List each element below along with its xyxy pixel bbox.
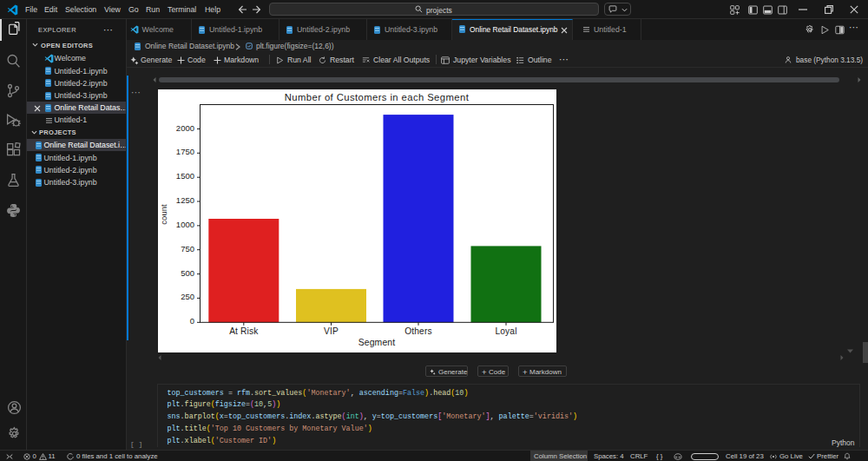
svg-text:Others: Others — [404, 326, 431, 336]
svg-text:Number of Customers in each Se: Number of Customers in each Segment — [285, 92, 470, 102]
svg-text:250: 250 — [181, 292, 194, 301]
svg-text:1750: 1750 — [176, 147, 194, 156]
svg-text:1500: 1500 — [176, 171, 194, 181]
svg-text:At Risk: At Risk — [229, 326, 259, 336]
svg-text:Loyal: Loyal — [495, 326, 516, 336]
svg-text:Segment: Segment — [358, 338, 396, 347]
svg-text:count: count — [159, 204, 168, 225]
svg-text:1000: 1000 — [176, 220, 194, 229]
svg-text:2000: 2000 — [176, 123, 194, 133]
svg-text:1250: 1250 — [176, 195, 194, 205]
svg-text:750: 750 — [181, 244, 194, 254]
svg-text:0: 0 — [190, 316, 194, 326]
svg-text:500: 500 — [181, 268, 194, 278]
svg-text:VIP: VIP — [324, 326, 339, 336]
